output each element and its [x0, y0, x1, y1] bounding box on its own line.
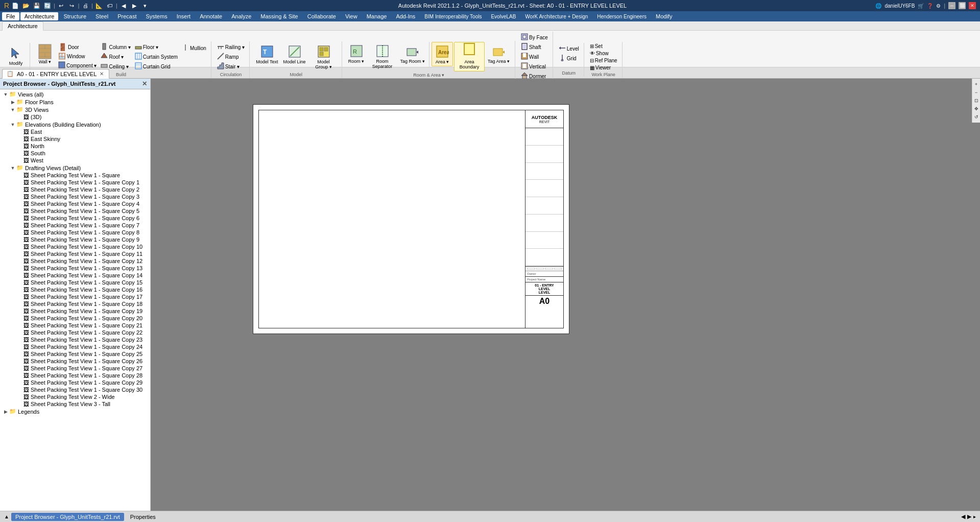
menu-collaborate[interactable]: Collaborate: [303, 12, 340, 20]
ramp-btn[interactable]: Ramp: [216, 52, 241, 61]
tree-item-spv1-copy2[interactable]: 🖼 Sheet Packing Test View 1 - Square Cop…: [0, 186, 150, 193]
tree-item-west[interactable]: 🖼 West: [0, 157, 150, 164]
curtain-grid-btn[interactable]: Curtain Grid: [133, 62, 179, 71]
new-btn[interactable]: 📄: [11, 1, 20, 10]
tree-item-elevations[interactable]: ▼ 📁 Elevations (Building Elevation): [0, 121, 150, 128]
vertical-btn[interactable]: Vertical: [519, 62, 547, 71]
menu-addins[interactable]: Add-Ins: [392, 12, 419, 20]
settings-qa-btn[interactable]: ▾: [140, 1, 150, 10]
zoom-in-btn[interactable]: +: [973, 81, 980, 88]
menu-massing[interactable]: Massing & Site: [256, 12, 302, 20]
tree-item-spv1-copy8[interactable]: 🖼 Sheet Packing Test View 1 - Square Cop…: [0, 229, 150, 236]
tree-item-spv1-copy11[interactable]: 🖼 Sheet Packing Test View 1 - Square Cop…: [0, 250, 150, 257]
wall-btn[interactable]: Wall ▾: [34, 42, 56, 66]
minimize-btn[interactable]: ─: [948, 2, 955, 9]
collapse-btn[interactable]: ▲: [4, 514, 9, 519]
model-text-btn[interactable]: T Model Text: [254, 42, 280, 66]
tree-item-spv1-copy16[interactable]: 🖼 Sheet Packing Test View 1 - Square Cop…: [0, 286, 150, 293]
menu-insert[interactable]: Insert: [173, 12, 195, 20]
print-btn[interactable]: 🖨: [81, 1, 90, 10]
undo-btn[interactable]: ↩: [57, 1, 66, 10]
menu-structure[interactable]: Structure: [59, 12, 90, 20]
column-btn[interactable]: Column ▾: [99, 42, 132, 52]
show-btn[interactable]: 👁 Show: [588, 50, 610, 57]
door-btn[interactable]: 🚪 Door: [57, 42, 98, 52]
zoom-out-btn[interactable]: −: [973, 89, 980, 96]
set-btn[interactable]: ⊞ Set: [588, 43, 604, 50]
tree-item-3d[interactable]: 🖼 (3D): [0, 113, 150, 121]
tree-item-spv1-copy26[interactable]: 🖼 Sheet Packing Test View 1 - Square Cop…: [0, 358, 150, 365]
model-group-btn[interactable]: Model Group ▾: [309, 42, 339, 71]
canvas-area[interactable]: + − ⊡ ✥ ↺ AUTODESK REVIT: [151, 79, 980, 511]
doc-tab-close[interactable]: ✕: [100, 71, 104, 77]
tree-item-spv1-copy9[interactable]: 🖼 Sheet Packing Test View 1 - Square Cop…: [0, 236, 150, 243]
ref-plane-btn[interactable]: ⊟ Ref Plane: [588, 57, 619, 64]
tree-item-spv1-copy15[interactable]: 🖼 Sheet Packing Test View 1 - Square Cop…: [0, 279, 150, 286]
tree-item-east-skinny[interactable]: 🖼 East Skinny: [0, 135, 150, 143]
menu-bim[interactable]: BIM Interoperability Tools: [420, 13, 486, 20]
room-separator-btn[interactable]: Room Separator: [368, 42, 397, 70]
bottom-tab-properties[interactable]: Properties: [126, 513, 160, 521]
by-face-btn[interactable]: By Face: [519, 33, 549, 42]
expand-btn[interactable]: ▸: [973, 514, 976, 519]
tree-item-spv1-copy25[interactable]: 🖼 Sheet Packing Test View 1 - Square Cop…: [0, 350, 150, 358]
close-btn[interactable]: ✕: [969, 2, 976, 9]
tag-btn[interactable]: 🏷: [105, 1, 114, 10]
menu-manage[interactable]: Manage: [363, 12, 391, 20]
pan-btn[interactable]: ✥: [973, 105, 980, 112]
menu-systems[interactable]: Systems: [141, 12, 171, 20]
tree-item-spv1-copy12[interactable]: 🖼 Sheet Packing Test View 1 - Square Cop…: [0, 257, 150, 265]
menu-evolvelab[interactable]: EvolveLAB: [487, 13, 520, 20]
menu-annotate[interactable]: Annotate: [196, 12, 226, 20]
menu-precast[interactable]: Precast: [113, 12, 140, 20]
window-btn[interactable]: 🪟 Window: [57, 52, 98, 60]
floor-btn[interactable]: Floor ▾: [133, 42, 179, 52]
tree-item-floor-plans[interactable]: ▶ 📁 Floor Plans: [0, 98, 150, 106]
tree-item-spv1-copy20[interactable]: 🖼 Sheet Packing Test View 1 - Square Cop…: [0, 315, 150, 322]
toggle-views-all[interactable]: ▼: [2, 92, 9, 97]
open-btn[interactable]: 📂: [21, 1, 31, 10]
tree-item-3d-views[interactable]: ▼ 📁 3D Views: [0, 106, 150, 113]
fwd-nav-btn[interactable]: ▶: [130, 1, 139, 10]
roof-btn[interactable]: Roof ▾: [99, 52, 132, 61]
zoom-fit-btn[interactable]: ⊡: [973, 97, 980, 104]
tree-item-spv1-copy3[interactable]: 🖼 Sheet Packing Test View 1 - Square Cop…: [0, 193, 150, 200]
tree-item-north[interactable]: 🖼 North: [0, 143, 150, 150]
tree-item-spv1-copy13[interactable]: 🖼 Sheet Packing Test View 1 - Square Cop…: [0, 265, 150, 272]
model-line-btn[interactable]: Model Line: [281, 42, 308, 66]
tree-item-spv1-copy7[interactable]: 🖼 Sheet Packing Test View 1 - Square Cop…: [0, 222, 150, 229]
curtain-system-btn[interactable]: Curtain System: [133, 52, 179, 61]
orbit-btn[interactable]: ↺: [973, 113, 980, 121]
menu-analyze[interactable]: Analyze: [227, 12, 255, 20]
tree-container[interactable]: ▼ 📁 Views (all) ▶ 📁 Floor Plans ▼ 📁 3D V…: [0, 89, 150, 511]
grid-btn[interactable]: Grid: [557, 54, 578, 63]
tree-item-spv1-copy10[interactable]: 🖼 Sheet Packing Test View 1 - Square Cop…: [0, 243, 150, 250]
tree-item-legends[interactable]: ▶ 📁 Legends: [0, 408, 150, 415]
toggle-3d-views[interactable]: ▼: [9, 107, 16, 112]
railing-btn[interactable]: Railing ▾: [216, 42, 246, 52]
area-boundary-btn[interactable]: Area Boundary: [454, 42, 485, 72]
tree-item-spv1-copy4[interactable]: 🖼 Sheet Packing Test View 1 - Square Cop…: [0, 200, 150, 207]
tree-item-spv1-copy6[interactable]: 🖼 Sheet Packing Test View 1 - Square Cop…: [0, 215, 150, 222]
back-nav-btn[interactable]: ◀: [119, 1, 128, 10]
tree-item-spv1-copy27[interactable]: 🖼 Sheet Packing Test View 1 - Square Cop…: [0, 365, 150, 372]
settings-icon[interactable]: ⚙: [936, 3, 941, 9]
tree-item-spv1-copy17[interactable]: 🖼 Sheet Packing Test View 1 - Square Cop…: [0, 293, 150, 300]
ribbon-tab-architecture[interactable]: Architecture: [2, 21, 43, 31]
tree-item-views-all[interactable]: ▼ 📁 Views (all): [0, 90, 150, 98]
tree-item-drafting[interactable]: ▼ 📁 Drafting Views (Detail): [0, 164, 150, 172]
tree-item-spv1-copy21[interactable]: 🖼 Sheet Packing Test View 1 - Square Cop…: [0, 322, 150, 329]
tree-item-spv1-copy24[interactable]: 🖼 Sheet Packing Test View 1 - Square Cop…: [0, 343, 150, 350]
tree-item-spv1-square[interactable]: 🖼 Sheet Packing Test View 1 - Square: [0, 172, 150, 179]
menu-work-arch[interactable]: WorK Architecture + Design: [521, 13, 592, 20]
modify-btn[interactable]: Modify: [5, 44, 27, 67]
viewer-btn[interactable]: ▦ Viewer: [588, 64, 612, 71]
panel-close-btn[interactable]: ✕: [142, 80, 147, 87]
tree-item-spv1-copy18[interactable]: 🖼 Sheet Packing Test View 1 - Square Cop…: [0, 300, 150, 307]
measure-btn[interactable]: 📐: [94, 1, 104, 10]
tree-item-spv2-wide[interactable]: 🖼 Sheet Packing Test View 2 - Wide: [0, 393, 150, 400]
menu-henderson[interactable]: Henderson Engineers: [593, 13, 651, 20]
redo-btn[interactable]: ↪: [67, 1, 77, 10]
menu-steel[interactable]: Steel: [91, 12, 112, 20]
tree-item-spv1-copy19[interactable]: 🖼 Sheet Packing Test View 1 - Square Cop…: [0, 307, 150, 315]
